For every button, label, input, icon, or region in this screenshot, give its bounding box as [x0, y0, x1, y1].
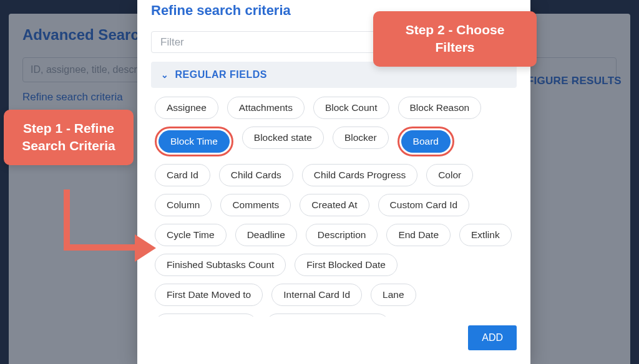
- filter-placeholder: Filter: [160, 36, 184, 49]
- filter-chip-container: AssigneeAttachmentsBlock CountBlock Reas…: [137, 88, 530, 317]
- filter-chip-label: Block Count: [325, 102, 378, 113]
- filter-chip-wrap: Child Cards Progress: [302, 164, 417, 186]
- filter-chip-label: First Blocked Date: [306, 259, 386, 271]
- filter-chip-label: Assignee: [167, 102, 207, 113]
- filter-chip-label: Blocker: [344, 132, 377, 143]
- filter-chip-label: Card Id: [167, 170, 198, 181]
- filter-chip[interactable]: Block Count: [313, 97, 389, 119]
- filter-chip-wrap: Board: [398, 127, 454, 156]
- filter-chip-label: Color: [438, 170, 461, 181]
- filter-chip-wrap: Deadline: [235, 224, 297, 246]
- filter-chip-label: Custom Card Id: [390, 199, 458, 211]
- filter-chip-wrap: Internal Card Id: [271, 284, 362, 306]
- filter-chip-label: Blocked state: [254, 132, 312, 143]
- filter-chip-label: End Date: [398, 229, 439, 241]
- section-label: REGULAR FIELDS: [175, 69, 267, 80]
- filter-chip[interactable]: Blocked state: [242, 127, 324, 149]
- filter-chip-wrap: First Date Moved to: [155, 284, 263, 306]
- filter-chip-label: Attachments: [239, 102, 293, 113]
- filter-chip-wrap: Description: [306, 224, 378, 246]
- filter-chip-label: First Date Moved to: [167, 289, 251, 300]
- filter-chip-wrap: Child Cards: [219, 164, 293, 186]
- filter-chip[interactable]: Block Reason: [398, 97, 482, 119]
- filter-chip[interactable]: Child Cards: [219, 164, 293, 186]
- filter-chip-label: Internal Card Id: [283, 289, 350, 300]
- filter-chip-label: Deadline: [247, 229, 285, 241]
- filter-chip-label: Created At: [311, 199, 357, 211]
- chevron-down-icon: ⌄: [161, 70, 169, 80]
- filter-chip-wrap: Assignee: [155, 97, 218, 119]
- filter-chip-wrap: Color: [426, 164, 473, 186]
- filter-chip[interactable]: Deadline: [235, 224, 297, 246]
- filter-chip-wrap: Created At: [300, 194, 369, 216]
- filter-chip-label: Finished Subtasks Count: [167, 259, 274, 271]
- annotation-arrow: [51, 189, 157, 264]
- filter-chip[interactable]: Assignee: [155, 97, 218, 119]
- filter-chip[interactable]: Card Id: [155, 164, 210, 186]
- filter-chip-label: Block Reason: [410, 102, 470, 113]
- filter-chip-wrap: Block Reason: [398, 97, 482, 119]
- filter-chip-wrap: Finished Subtasks Count: [155, 254, 286, 276]
- filter-chip[interactable]: Internal Card Id: [271, 284, 362, 306]
- filter-chip[interactable]: Board: [401, 130, 451, 153]
- filter-chip-wrap: Attachments: [227, 97, 305, 119]
- filter-chip-label: Block Time: [170, 136, 218, 147]
- filter-chip[interactable]: Child Cards Progress: [302, 164, 417, 186]
- filter-chip-wrap: Extlink: [459, 224, 512, 246]
- filter-chip[interactable]: Custom Card Id: [378, 194, 470, 216]
- filter-chip[interactable]: Cycle Time: [155, 224, 227, 246]
- filter-chip-wrap: Comments: [220, 194, 291, 216]
- filter-chip-wrap: Block Time: [155, 127, 233, 156]
- filter-chip-label: Child Cards Progress: [314, 170, 406, 181]
- filter-chip-label: Lane: [383, 289, 404, 300]
- filter-chip[interactable]: Description: [306, 224, 378, 246]
- filter-chip-label: Child Cards: [231, 170, 281, 181]
- app-stage: Advanced Search ID, assignee, title, des…: [0, 0, 639, 364]
- filter-chip-label: Board: [413, 136, 439, 147]
- filter-chip-wrap: First Blocked Date: [295, 254, 398, 276]
- filter-chip-label: Extlink: [471, 229, 500, 241]
- filter-chip-wrap: Blocked state: [242, 127, 324, 156]
- filter-chip-wrap: Cycle Time: [155, 224, 227, 246]
- filter-chip[interactable]: Color: [426, 164, 473, 186]
- filter-chip[interactable]: Column: [155, 194, 212, 216]
- filter-chip[interactable]: End Date: [386, 224, 451, 246]
- add-button[interactable]: ADD: [468, 325, 517, 350]
- filter-chip-wrap: Column: [155, 194, 212, 216]
- filter-chip-wrap: Block Count: [313, 97, 389, 119]
- filter-chip-label: Column: [167, 199, 200, 211]
- filter-chip-wrap: End Date: [386, 224, 451, 246]
- filter-chip[interactable]: Blocker: [333, 127, 389, 149]
- annotation-step-2: Step 2 - Choose Filters: [373, 11, 537, 67]
- filter-chip-label: Comments: [232, 199, 279, 211]
- filter-chip[interactable]: First Blocked Date: [295, 254, 398, 276]
- filter-chip[interactable]: First Date Moved to: [155, 284, 263, 306]
- filter-chip-wrap: Blocker: [333, 127, 389, 156]
- filter-chip[interactable]: Finished Subtasks Count: [155, 254, 286, 276]
- filter-chip-wrap: Lane: [371, 284, 416, 306]
- filter-chip-label: Cycle Time: [167, 229, 215, 241]
- filter-chip[interactable]: Comments: [220, 194, 291, 216]
- filter-chip-label: Description: [318, 229, 366, 241]
- filter-chip[interactable]: Block Time: [159, 130, 230, 153]
- filter-chip-wrap: Card Id: [155, 164, 210, 186]
- filter-chip[interactable]: Created At: [300, 194, 369, 216]
- filter-chip[interactable]: Extlink: [459, 224, 512, 246]
- filter-chip[interactable]: Attachments: [227, 97, 305, 119]
- modal-footer: ADD: [137, 317, 530, 364]
- filter-chip-wrap: Custom Card Id: [378, 194, 470, 216]
- annotation-step-1: Step 1 - Refine Search Criteria: [4, 110, 134, 165]
- filter-chip[interactable]: Lane: [371, 284, 416, 306]
